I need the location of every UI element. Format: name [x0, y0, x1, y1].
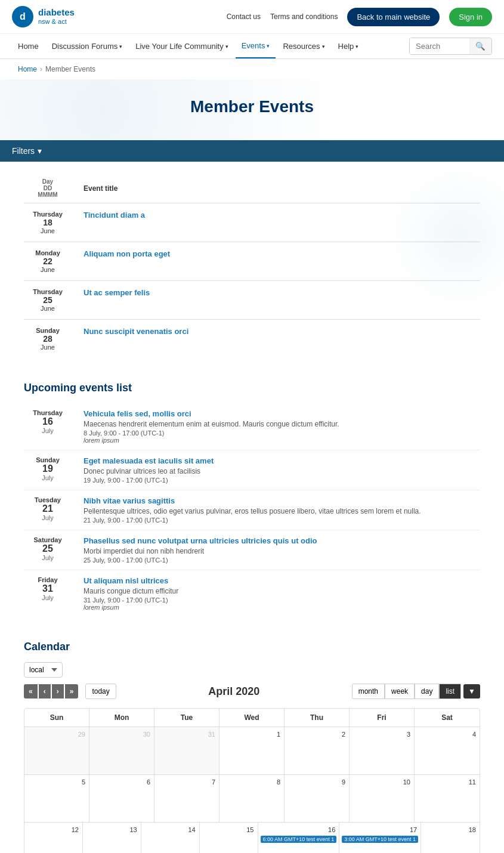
upcoming-meta-0: 8 July, 9:00 - 17:00 (UTC-1) [84, 429, 480, 437]
cal-view-list-btn[interactable]: list [439, 684, 461, 699]
cal-cell-1-4[interactable]: 9 [285, 775, 350, 823]
cal-cell-1-2[interactable]: 7 [154, 775, 219, 823]
cal-cell-2-4[interactable]: 166:00 AM GMT+10 test event 1 [258, 823, 340, 853]
timezone-select[interactable]: local [24, 662, 63, 678]
cal-cell-2-3[interactable]: 15 [200, 823, 258, 853]
upcoming-name-1[interactable]: Eget malesuada est iaculis sit amet [84, 456, 480, 465]
event-title-link-0[interactable]: Tincidunt diam a [84, 211, 145, 220]
upcoming-info-1: Eget malesuada est iaculis sit amet Done… [84, 456, 480, 484]
breadcrumb-current: Member Events [45, 65, 95, 73]
upcoming-name-4[interactable]: Ut aliquam nisl ultrices [84, 576, 480, 585]
cal-body: 293031123456789101112131415166:00 AM GMT… [24, 727, 480, 853]
cal-next-btn[interactable]: › [52, 684, 64, 699]
upcoming-name-0[interactable]: Vehicula felis sed, mollis orci [84, 409, 480, 418]
upcoming-event-2: Tuesday 21 July Nibh vitae varius sagitt… [24, 490, 480, 530]
cal-cell-0-0[interactable]: 29 [24, 727, 89, 775]
upcoming-date-0: Thursday 16 July [24, 409, 72, 444]
cal-cell-2-0[interactable]: 12 [24, 823, 83, 853]
cal-event-chip-2-4-0[interactable]: 6:00 AM GMT+10 test event 1 [261, 836, 337, 843]
cal-date-0-3: 1 [222, 730, 282, 739]
upcoming-info-3: Phasellus sed nunc volutpat urna ultrici… [84, 536, 480, 564]
cal-cell-1-1[interactable]: 6 [89, 775, 154, 823]
cal-cell-2-5[interactable]: 173:00 AM GMT+10 test event 1 [339, 823, 421, 853]
upcoming-date-2: Tuesday 21 July [24, 496, 72, 524]
cal-cell-2-6[interactable]: 18 [421, 823, 480, 853]
event-title-link-1[interactable]: Aliquam non porta eget [84, 249, 170, 258]
cal-cell-1-6[interactable]: 11 [415, 775, 480, 823]
upcoming-desc-2: Pellentesque ultrices, odio eget varius … [84, 507, 480, 515]
nav-home[interactable]: Home [12, 35, 45, 58]
search-input[interactable] [410, 38, 469, 54]
event-title-link-2[interactable]: Ut ac semper felis [84, 288, 150, 297]
nav-help[interactable]: Help ▾ [332, 35, 365, 58]
cal-date-1-6: 11 [417, 777, 477, 787]
calendar-month-title: April 2020 [208, 685, 259, 698]
upcoming-desc-4: Mauris congue dictum efficitur [84, 587, 480, 595]
breadcrumb: Home › Member Events [0, 59, 504, 79]
upcoming-date-3: Saturday 25 July [24, 536, 72, 564]
cal-view-week-btn[interactable]: week [385, 684, 415, 699]
upcoming-meta-4: 31 July, 9:00 - 17:00 (UTC-1) [84, 597, 480, 604]
breadcrumb-home[interactable]: Home [18, 65, 37, 73]
upcoming-name-3[interactable]: Phasellus sed nunc volutpat urna ultrici… [84, 536, 480, 545]
cal-date-1-4: 9 [287, 777, 347, 787]
cal-header-thu: Thu [285, 709, 350, 727]
cal-date-0-2: 31 [157, 730, 217, 739]
cal-view-month-btn[interactable]: month [352, 684, 385, 699]
cal-date-2-0: 12 [27, 825, 80, 835]
upcoming-event-4: Friday 31 July Ut aliquam nisl ultrices … [24, 570, 480, 617]
upcoming-meta-1: 19 July, 9:00 - 17:00 (UTC-1) [84, 477, 480, 484]
cal-header-fri: Fri [350, 709, 415, 727]
cal-header-sat: Sat [415, 709, 480, 727]
cal-date-1-5: 10 [352, 777, 412, 787]
nav-discussion-forums[interactable]: Discussion Forums ▾ [46, 35, 129, 58]
search-button[interactable]: 🔍 [469, 38, 491, 54]
cal-cell-2-1[interactable]: 13 [83, 823, 141, 853]
upcoming-tag-0: lorem ipsum [84, 437, 480, 444]
filters-bar: Filters ▾ [0, 140, 504, 162]
cal-view-controls: month week day list ▼ [352, 684, 480, 699]
nav-items: Home Discussion Forums ▾ Live Your Life … [12, 34, 364, 58]
contact-link[interactable]: Contact us [227, 13, 261, 21]
cal-cell-1-0[interactable]: 5 [24, 775, 89, 823]
cal-date-1-2: 7 [157, 777, 217, 787]
event-title-link-3[interactable]: Nunc suscipit venenatis orci [84, 327, 188, 336]
upcoming-section-title: Upcoming events list [24, 382, 480, 394]
nav-resources[interactable]: Resources ▾ [277, 35, 330, 58]
cal-week-0: 2930311234 [24, 727, 480, 775]
cal-prev-btn[interactable]: ‹ [39, 684, 51, 699]
events-bg [385, 162, 504, 311]
back-to-main-button[interactable]: Back to main website [347, 8, 440, 26]
cal-cell-1-5[interactable]: 10 [350, 775, 415, 823]
cal-cell-2-2[interactable]: 14 [141, 823, 200, 853]
cal-header-row: Sun Mon Tue Wed Thu Fri Sat [24, 709, 480, 727]
top-bar: d diabetes nsw & act Contact us Terms an… [0, 0, 504, 34]
logo-brand: diabetes [38, 7, 75, 18]
sign-in-button[interactable]: Sign in [449, 8, 492, 26]
cal-cell-0-3[interactable]: 1 [219, 727, 285, 775]
cal-cell-0-2[interactable]: 31 [154, 727, 219, 775]
filters-button[interactable]: Filters ▾ [12, 146, 42, 156]
cal-date-0-5: 3 [352, 730, 412, 739]
cal-view-day-btn[interactable]: day [415, 684, 439, 699]
cal-event-chip-2-5-0[interactable]: 3:00 AM GMT+10 test event 1 [342, 836, 418, 843]
cal-cell-0-4[interactable]: 2 [285, 727, 350, 775]
cal-date-2-2: 14 [144, 825, 197, 835]
cal-today-btn[interactable]: today [85, 684, 116, 699]
cal-first-btn[interactable]: « [24, 684, 38, 699]
upcoming-desc-0: Maecenas hendrerit elementum enim at eui… [84, 420, 480, 428]
terms-link[interactable]: Terms and conditions [270, 13, 338, 21]
event-date-3: Sunday 28 June [24, 327, 72, 351]
cal-filter-btn[interactable]: ▼ [463, 684, 480, 699]
upcoming-name-2[interactable]: Nibh vitae varius sagittis [84, 496, 480, 505]
cal-header-wed: Wed [219, 709, 285, 727]
cal-cell-0-5[interactable]: 3 [350, 727, 415, 775]
cal-cell-1-3[interactable]: 8 [219, 775, 285, 823]
cal-cell-0-1[interactable]: 30 [89, 727, 154, 775]
nav-live-your-life[interactable]: Live Your Life Community ▾ [129, 35, 234, 58]
cal-last-btn[interactable]: » [65, 684, 79, 699]
cal-cell-0-6[interactable]: 4 [415, 727, 480, 775]
nav-events[interactable]: Events ▾ [236, 34, 276, 58]
logo: d diabetes nsw & act [12, 6, 75, 27]
cal-date-2-6: 18 [423, 825, 477, 835]
